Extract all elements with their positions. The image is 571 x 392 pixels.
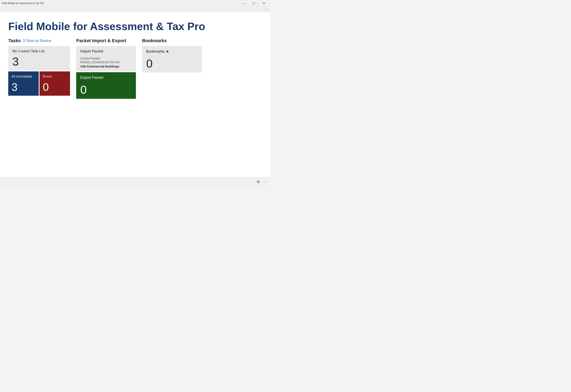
app-title: Field Mobile for Assessment & Tax Pro xyxy=(8,21,262,32)
export-packet-title: Export Packet xyxy=(80,75,132,80)
all-incomplete-title: All Incomplete xyxy=(12,75,35,78)
menu-bar: ··· xyxy=(0,7,270,12)
columns-layout: Tasks 3 Total on Device My Custom Task L… xyxy=(8,38,262,173)
footer-dots[interactable]: ··· xyxy=(263,180,267,184)
bookmarks-card[interactable]: Bookmarks ★ 0 xyxy=(142,46,202,73)
my-custom-task-list-card[interactable]: My Custom Task List 3 xyxy=(8,46,70,70)
errors-title: Errors xyxy=(43,75,67,78)
tasks-total-badge: 3 Total on Device xyxy=(23,39,51,43)
task-card-count: 3 xyxy=(12,56,66,67)
footer: ⚙ ··· xyxy=(0,177,270,186)
bookmarks-header: Bookmarks xyxy=(142,38,202,43)
import-filename: 941659_02242022102733.xml xyxy=(80,60,132,64)
export-packet-card[interactable]: Export Packet 0 xyxy=(76,72,136,99)
bookmarks-label: Bookmarks xyxy=(142,38,167,43)
all-incomplete-count: 3 xyxy=(12,82,35,92)
minimize-button[interactable]: — xyxy=(239,0,248,7)
import-current-label: Current Packet: xyxy=(80,57,132,60)
title-bar-text: Field Mobile for Assessment & Tax Pro xyxy=(2,2,44,5)
bookmarks-column: Bookmarks Bookmarks ★ 0 xyxy=(142,38,202,173)
sub-cards: All Incomplete 3 Errors 0 xyxy=(8,71,70,96)
settings-icon[interactable]: ⚙ xyxy=(257,180,260,184)
packet-column: Packet Import & Export Import Packet Cur… xyxy=(76,38,136,173)
bookmarks-card-title: Bookmarks ★ xyxy=(146,49,198,54)
packet-label: Packet Import & Export xyxy=(76,38,126,43)
import-description: V46 Commercial Buildings xyxy=(80,65,132,68)
import-packet-title: Import Packet xyxy=(80,49,132,54)
main-content: Field Mobile for Assessment & Tax Pro Ta… xyxy=(0,12,270,177)
all-incomplete-card[interactable]: All Incomplete 3 xyxy=(8,71,39,96)
title-bar: Field Mobile for Assessment & Tax Pro — … xyxy=(0,0,270,7)
close-button[interactable]: ✕ xyxy=(259,0,269,7)
maximize-button[interactable]: ☐ xyxy=(249,0,258,7)
errors-count: 0 xyxy=(43,82,67,92)
task-card-title: My Custom Task List xyxy=(12,49,66,53)
packet-header: Packet Import & Export xyxy=(76,38,136,43)
errors-card[interactable]: Errors 0 xyxy=(40,71,70,96)
bookmarks-card-count: 0 xyxy=(146,58,198,69)
menu-dots[interactable]: ··· xyxy=(265,8,269,11)
tasks-column: Tasks 3 Total on Device My Custom Task L… xyxy=(8,38,70,173)
title-bar-controls: — ☐ ✕ xyxy=(239,0,269,7)
tasks-header: Tasks 3 Total on Device xyxy=(8,38,70,43)
export-packet-count: 0 xyxy=(80,84,132,96)
import-packet-card[interactable]: Import Packet Current Packet: 941659_022… xyxy=(76,46,136,71)
tasks-label: Tasks xyxy=(8,38,21,43)
